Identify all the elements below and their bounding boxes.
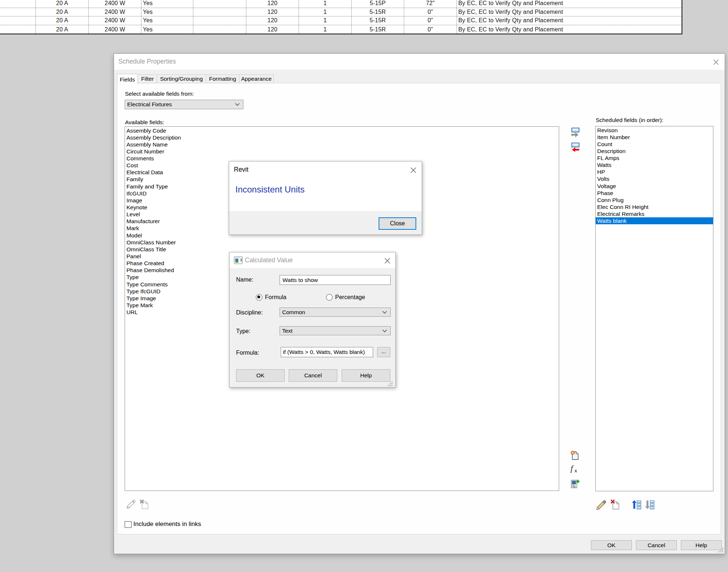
svg-text:f: f: [570, 464, 574, 473]
svg-text:x: x: [574, 468, 577, 473]
